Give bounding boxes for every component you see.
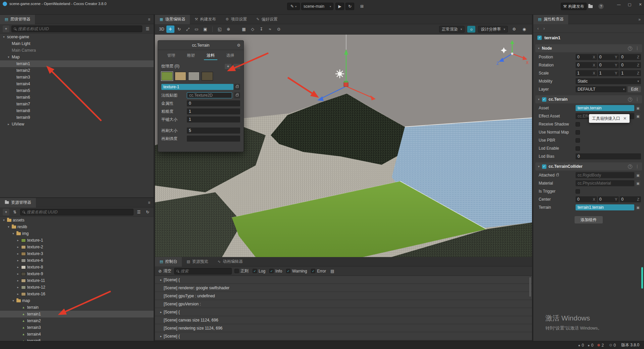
expand-icon[interactable]: ▸ — [158, 278, 164, 282]
receive-shadow-checkbox[interactable] — [576, 122, 580, 127]
is-trigger-checkbox[interactable] — [576, 189, 580, 194]
selected-texture-field[interactable]: texture-1 — [161, 84, 233, 90]
scale-y-input[interactable]: 1Y — [598, 70, 619, 76]
center-x-input[interactable]: 0X — [576, 196, 597, 202]
expand-icon[interactable]: ▸ — [158, 335, 164, 338]
lock-icon[interactable] — [234, 92, 240, 98]
asset-picker-icon[interactable]: ▣ — [635, 180, 641, 186]
console-log-row[interactable]: ▸ [Scene] rendering size 1124, 696 — [155, 324, 532, 332]
asset-row[interactable]: ▸ ▲ texture-3 — [0, 250, 154, 257]
texture-layer-swatch[interactable] — [175, 72, 186, 81]
console-log-row[interactable]: ▸ [Scene] gpuType : undefined — [155, 292, 532, 300]
assets-search-input[interactable] — [26, 210, 131, 214]
asset-row[interactable]: ▲ terrain1 — [0, 311, 154, 317]
position-z-input[interactable]: 0Z — [620, 54, 641, 60]
main-tab[interactable]: ✎ 偏好设置 — [252, 15, 282, 24]
hierarchy-node-row[interactable]: terrain9 — [0, 114, 154, 121]
asset-row[interactable]: ▾ ▲ reslib — [0, 223, 154, 230]
expand-panel-icon[interactable]: » — [638, 17, 641, 22]
hierarchy-node-row[interactable]: terrain4 — [0, 81, 154, 87]
expander-icon[interactable]: ▾ — [7, 225, 10, 229]
gear-icon[interactable]: ⚙ — [237, 43, 240, 48]
expander-icon[interactable]: ▾ — [2, 35, 6, 39]
sort-icon[interactable]: ⇅ — [11, 209, 18, 215]
hierarchy-search[interactable] — [11, 26, 142, 32]
terrain-mode-tab[interactable]: 选择 — [224, 52, 237, 60]
asset-row[interactable]: ▸ ▲ texture-11 — [0, 277, 154, 284]
expander-icon[interactable]: ▸ — [16, 265, 20, 269]
asset-row[interactable]: ▸ ▲ texture-6 — [0, 257, 154, 264]
hierarchy-node-row[interactable]: terrain6 — [0, 94, 154, 101]
console-filter-checkbox[interactable]: 正则 — [234, 268, 249, 274]
reload-button[interactable]: ↻ — [345, 3, 354, 10]
close-button[interactable]: ✕ — [636, 1, 644, 7]
texture-layer-swatch[interactable] — [188, 72, 200, 81]
asset-row[interactable]: ▾ ▲ assets — [0, 217, 154, 223]
asset-row[interactable]: ▾ ▲ map — [0, 297, 154, 304]
component-enabled-checkbox[interactable] — [542, 97, 546, 102]
normal-map-field[interactable]: cc.Texture2D — [187, 92, 232, 98]
tile-size-input[interactable]: 1 — [187, 116, 240, 122]
collider-component-header[interactable]: ▾ cc.TerrainCollider ?⋮ — [535, 162, 642, 170]
render-mode-dropdown[interactable]: 正常渲染 ▾ — [439, 26, 465, 33]
console-scrollbar[interactable] — [529, 277, 531, 297]
asset-row[interactable]: ▲ terrain2 — [0, 317, 154, 324]
expander-icon[interactable]: ▸ — [16, 239, 20, 242]
console-filter-checkbox[interactable]: Log — [253, 269, 265, 273]
hierarchy-node-row[interactable]: terrain5 — [0, 87, 154, 94]
hierarchy-node-row[interactable]: terrain7 — [0, 101, 154, 107]
scene-tool-button[interactable]: ▭ — [193, 26, 201, 33]
position-x-input[interactable]: 0X — [576, 54, 597, 60]
panel-menu-icon[interactable]: ≡ — [148, 200, 150, 205]
remove-layer-button[interactable]: − — [233, 64, 240, 69]
help-button[interactable]: ? — [597, 3, 605, 10]
create-node-button[interactable]: + — [3, 26, 9, 32]
help-icon[interactable]: ? — [628, 97, 632, 102]
asset-row[interactable]: ▸ ▲ texture-2 — [0, 244, 154, 250]
expander-icon[interactable]: ▸ — [7, 122, 10, 126]
asset-picker-icon[interactable]: ▣ — [635, 113, 641, 119]
scale-z-input[interactable]: 1Z — [620, 70, 641, 76]
asset-row[interactable]: ▸ ▲ texture-12 — [0, 284, 154, 291]
viewport-capture-button[interactable]: ◉ — [521, 26, 528, 33]
texture-layer-swatch[interactable] — [202, 72, 213, 81]
main-tab[interactable]: ⚙ 项目设置 — [221, 15, 252, 24]
hierarchy-node-row[interactable]: terrain3 — [0, 74, 154, 81]
expander-icon[interactable]: ▸ — [16, 272, 20, 276]
status-counter[interactable]: ⊗ 2 — [597, 343, 604, 348]
lod-enable-checkbox[interactable] — [576, 146, 580, 151]
bottom-tab[interactable]: ∿ 动画编辑器 — [213, 257, 248, 266]
menu-dots-icon[interactable]: ⋮ — [635, 46, 639, 51]
hierarchy-node-row[interactable]: terrain2 — [0, 67, 154, 74]
rotation-x-input[interactable]: 0X — [576, 62, 597, 68]
console-log-row[interactable]: ▸ [Scene] { — [155, 332, 532, 340]
tab-hierarchy[interactable]: ▤ 层级管理器 — [0, 15, 35, 24]
asset-row[interactable]: ▸ ▲ texture-1 — [0, 237, 154, 244]
tab-inspector[interactable]: ▤ 属性检查器 — [533, 15, 568, 24]
console-filter-checkbox[interactable]: Info — [269, 269, 282, 273]
terrain-asset-field[interactable]: terrain.terrain — [576, 105, 634, 111]
console-log-row[interactable]: ▸ [Scene] gpuVersion : — [155, 300, 532, 308]
scene-tool-button[interactable]: ↻ — [175, 26, 183, 33]
console-log-row[interactable]: ▸ [Scene] canvas size 1124, 696 — [155, 316, 532, 324]
status-counter[interactable]: ● 0 — [578, 343, 584, 348]
use-pbr-checkbox[interactable] — [576, 138, 580, 143]
hierarchy-node-row[interactable]: ▸ UiView — [0, 121, 154, 128]
roughness-input[interactable]: 1 — [187, 108, 240, 114]
scene-tool-button[interactable]: ⤢ — [184, 26, 192, 33]
hierarchy-node-row[interactable]: ▾ scene-game — [0, 34, 154, 40]
filter-icon[interactable]: ☰ — [144, 26, 151, 32]
asset-row[interactable]: ▲ terrain3 — [0, 324, 154, 331]
console-filter-checkbox[interactable]: Warning — [286, 269, 307, 273]
scene-tool-button[interactable]: 3D — [158, 26, 166, 33]
console-filter-checkbox[interactable]: Error — [311, 269, 326, 273]
scene-viewport[interactable]: Z X cc.Terrain ⚙ 管理雕塑涂料选择 纹理层 (0) + − — [155, 35, 532, 257]
expander-icon[interactable]: ▾ — [11, 299, 15, 302]
asset-row[interactable]: ▾ ▲ img — [0, 230, 154, 237]
help-icon[interactable]: ? — [628, 164, 632, 169]
expander-icon[interactable]: ▸ — [16, 259, 20, 262]
collapse-icon[interactable]: ▾ — [538, 98, 540, 101]
assets-search[interactable] — [20, 209, 133, 215]
hierarchy-node-row[interactable]: Main Light — [0, 40, 154, 47]
expander-icon[interactable]: ▸ — [16, 252, 20, 255]
